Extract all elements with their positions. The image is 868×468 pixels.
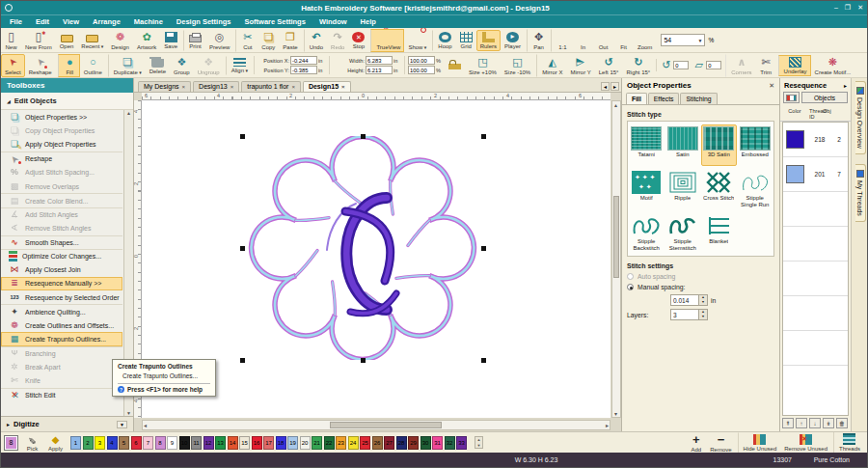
toolbar-button[interactable]: Redo xyxy=(327,29,348,52)
palette-swatch[interactable]: 28 xyxy=(396,436,407,450)
toolbar-button[interactable]: Cut xyxy=(235,29,258,52)
scroll-left-icon[interactable]: ◂ xyxy=(144,422,147,428)
scroll-down-icon[interactable]: ▾ xyxy=(614,410,617,417)
toolbar-button[interactable]: Artwork xyxy=(133,29,160,52)
move-down-button[interactable]: ↓ xyxy=(809,418,821,428)
toolbar-button[interactable]: Save xyxy=(160,30,181,51)
scrollbar-thumb[interactable] xyxy=(613,196,619,278)
palette-swatch[interactable]: 16 xyxy=(252,436,262,450)
palette-swatch[interactable]: 11 xyxy=(191,436,202,450)
palette-swatch[interactable]: 22 xyxy=(324,436,335,450)
toolbar-button[interactable]: Open xyxy=(56,30,78,51)
toolbar-button[interactable]: Pan xyxy=(527,29,549,52)
selection-handle[interactable] xyxy=(240,246,245,251)
close-button[interactable]: ✕ xyxy=(857,4,863,12)
scale-input[interactable]: 100.00 xyxy=(408,56,435,65)
stitch-tool-button[interactable]: Underlay xyxy=(778,55,811,76)
radio-selected-icon[interactable] xyxy=(627,284,634,290)
menu-item[interactable]: View xyxy=(56,15,86,28)
menu-item[interactable]: Machine xyxy=(127,15,170,28)
pick-color-button[interactable]: Pick xyxy=(26,433,39,452)
palette-action-button[interactable]: Remove xyxy=(706,431,735,453)
stitch-tool-button[interactable]: Create Motif... xyxy=(811,54,855,77)
palette-swatch[interactable]: 27 xyxy=(384,436,394,450)
zoom-level-select[interactable]: 54 ▼ xyxy=(661,34,705,46)
transform-button[interactable]: Right 15° xyxy=(623,54,655,77)
close-tab-icon[interactable]: × xyxy=(182,84,186,90)
transform-button[interactable]: Size -10% xyxy=(501,54,534,77)
stitch-type-motif[interactable]: ✦ ✦ ✦✦ ✦ Motif xyxy=(629,168,665,209)
toolbox-item[interactable]: Stitch Edit xyxy=(1,388,122,401)
toolbar-button[interactable]: New xyxy=(1,29,21,52)
menu-item[interactable]: Arrange xyxy=(86,15,127,28)
spin-down-icon[interactable]: ▼ xyxy=(699,315,707,319)
selection-handle[interactable] xyxy=(481,134,486,139)
scroll-down-icon[interactable]: ▼ xyxy=(126,410,131,416)
toolbar-button[interactable]: Player xyxy=(501,30,525,51)
toolbox-item[interactable]: Knife xyxy=(1,373,122,387)
minimize-button[interactable]: – xyxy=(834,4,838,12)
stitch-tool-button[interactable]: Trim xyxy=(756,54,776,77)
edit-toolbar-button[interactable]: Align xyxy=(226,56,252,75)
palette-swatch[interactable]: 19 xyxy=(287,436,298,450)
stitch-type-blanket[interactable]: Blanket xyxy=(701,211,737,253)
menu-item[interactable]: Design Settings xyxy=(170,15,238,28)
palette-swatch[interactable]: 20 xyxy=(300,436,311,450)
stitch-type-satin[interactable]: Satin xyxy=(665,124,701,166)
position-input[interactable]: -0.385 xyxy=(290,66,317,74)
palette-swatch[interactable]: 21 xyxy=(312,436,322,450)
toolbox-item[interactable]: Copy Object Properties xyxy=(1,124,122,137)
menu-item[interactable]: File xyxy=(3,15,29,28)
thread-color-swatch[interactable] xyxy=(786,165,804,183)
menu-item[interactable]: Software Settings xyxy=(238,15,312,28)
scroll-up-icon[interactable]: ▲ xyxy=(126,110,131,116)
document-tab[interactable]: trapunto 1 flor × xyxy=(241,81,301,92)
toolbar-button[interactable]: Preview xyxy=(205,29,233,52)
toolbox-item[interactable]: Object Properties >> xyxy=(1,110,122,124)
toolbox-item[interactable]: Break Apart xyxy=(1,360,122,373)
transform-button[interactable]: Mirror Y xyxy=(567,54,595,77)
table-row[interactable]: 201 7 xyxy=(783,157,848,192)
menu-item[interactable]: Window xyxy=(312,15,354,28)
transform-button[interactable] xyxy=(445,58,465,72)
rotate-input[interactable]: 0 xyxy=(673,61,689,69)
panel-tab[interactable]: Stitching xyxy=(680,93,717,104)
toolbar-button[interactable]: Rulers xyxy=(476,30,501,51)
selection-handle[interactable] xyxy=(240,134,245,139)
toolbar-button[interactable]: Paste xyxy=(279,29,301,52)
palette-action-button[interactable]: Threads xyxy=(833,431,864,453)
vertical-scrollbar[interactable]: ▴ ▾ xyxy=(611,100,621,418)
move-to-bottom-button[interactable]: ↡ xyxy=(823,418,834,428)
close-tab-icon[interactable]: × xyxy=(231,84,234,90)
edit-toolbar-button[interactable]: Fill xyxy=(58,54,80,77)
edit-toolbar-button[interactable]: Ungroup xyxy=(194,54,224,77)
objects-view-button[interactable]: Objects xyxy=(801,92,848,103)
transform-button[interactable]: Mirror X xyxy=(536,54,566,77)
size-input[interactable]: 6.213 xyxy=(366,66,393,74)
palette-swatch[interactable]: 30 xyxy=(420,436,431,450)
scrollbar-thumb[interactable] xyxy=(330,422,442,428)
edit-toolbar-button[interactable]: Reshape xyxy=(25,54,56,77)
horizontal-scrollbar[interactable]: ◂ ▸ xyxy=(142,420,610,430)
edit-objects-section-header[interactable]: Edit Objects xyxy=(1,93,133,110)
palette-swatch[interactable]: 15 xyxy=(239,436,250,450)
panel-pin-icon[interactable]: ▸ xyxy=(844,82,847,89)
palette-swatch[interactable]: 6 xyxy=(131,436,142,450)
selection-handle[interactable] xyxy=(240,358,245,363)
palette-swatch[interactable]: 14 xyxy=(228,436,238,450)
apply-color-button[interactable]: Apply xyxy=(48,433,63,452)
position-input[interactable]: -0.244 xyxy=(290,56,317,65)
docked-tab[interactable]: Design Overview xyxy=(855,81,866,154)
palette-swatch[interactable]: 33 xyxy=(456,436,467,450)
palette-swatch[interactable]: 25 xyxy=(360,436,370,450)
palette-action-button[interactable]: Hide Unused xyxy=(738,432,781,454)
stitch-type-embossed[interactable]: Embossed xyxy=(738,124,773,166)
selection-handle[interactable] xyxy=(361,358,366,363)
toolbox-item[interactable]: Add Stitch Angles xyxy=(1,207,122,221)
restore-button[interactable]: ❐ xyxy=(845,4,851,12)
thread-color-swatch[interactable] xyxy=(786,130,804,149)
tab-scroll-left-icon[interactable]: ◂ xyxy=(601,82,610,91)
stitch-tool-button[interactable]: Corners xyxy=(725,54,755,77)
current-color-swatch[interactable]: 8 xyxy=(4,435,18,451)
spacing-value[interactable]: 0.014 xyxy=(670,294,699,306)
